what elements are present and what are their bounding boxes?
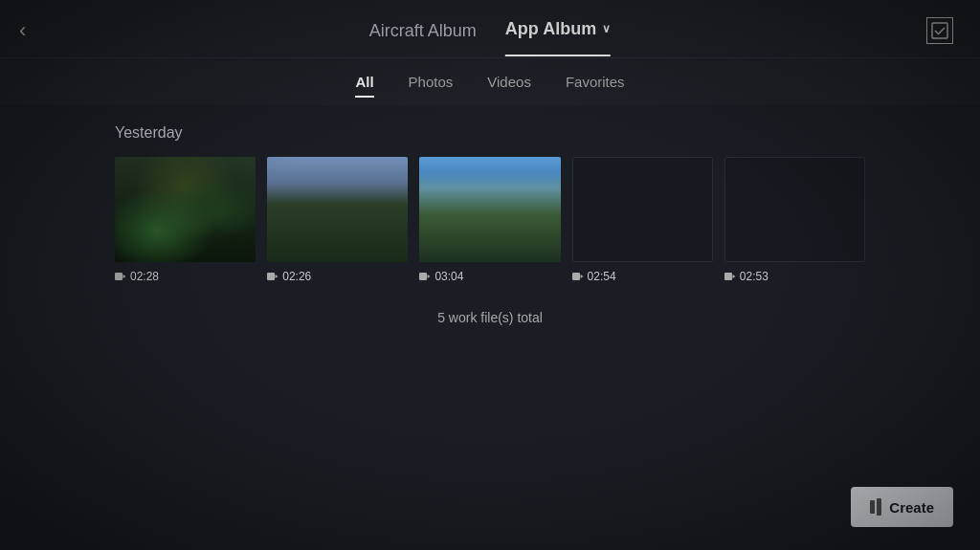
create-icon xyxy=(870,498,881,516)
svg-marker-2 xyxy=(123,275,126,278)
back-icon: ‹ xyxy=(19,18,26,43)
files-total-label: 5 work file(s) total xyxy=(115,310,865,325)
aircraft-album-title: Aircraft Album xyxy=(369,21,477,41)
header-titles: Aircraft Album App Album ∨ xyxy=(369,19,611,43)
video-icon xyxy=(724,272,736,281)
create-button-label: Create xyxy=(889,499,934,516)
header: ‹ Aircraft Album App Album ∨ xyxy=(0,0,980,58)
tab-videos[interactable]: Videos xyxy=(487,74,531,94)
thumbnail-image[interactable] xyxy=(267,157,408,262)
tab-favorites[interactable]: Favorites xyxy=(566,74,625,94)
tab-photos[interactable]: Photos xyxy=(409,74,454,94)
video-icon xyxy=(419,272,431,281)
app-album-button[interactable]: App Album ∨ xyxy=(505,19,611,43)
svg-rect-7 xyxy=(572,273,580,280)
section-title: Yesterday xyxy=(115,124,865,142)
video-duration: 02:26 xyxy=(267,270,408,283)
svg-marker-8 xyxy=(580,275,583,278)
thumbnail-image[interactable] xyxy=(115,157,256,262)
list-item[interactable]: 02:54 xyxy=(572,157,713,283)
svg-rect-0 xyxy=(932,23,947,38)
tabs-bar: All Photos Videos Favorites xyxy=(0,58,980,105)
create-button[interactable]: Create xyxy=(851,487,953,527)
app-album-label: App Album xyxy=(505,19,596,39)
content-area: Yesterday 02:28 xyxy=(0,105,980,325)
svg-rect-5 xyxy=(419,273,427,280)
tab-all[interactable]: All xyxy=(355,74,373,94)
svg-rect-9 xyxy=(724,273,732,280)
select-button[interactable] xyxy=(926,17,953,44)
svg-rect-1 xyxy=(115,273,122,280)
video-icon xyxy=(572,272,584,281)
thumbnail-image[interactable] xyxy=(572,157,713,262)
video-icon xyxy=(267,272,278,281)
thumbnail-image[interactable] xyxy=(419,157,560,262)
svg-marker-6 xyxy=(428,275,431,278)
back-button[interactable]: ‹ xyxy=(19,18,54,43)
list-item[interactable]: 02:53 xyxy=(724,157,865,283)
list-item[interactable]: 02:26 xyxy=(267,157,408,283)
thumbnails-row: 02:28 02:26 xyxy=(115,157,865,283)
svg-marker-4 xyxy=(276,275,278,278)
video-duration: 03:04 xyxy=(419,270,560,283)
svg-marker-10 xyxy=(732,275,735,278)
thumbnail-image[interactable] xyxy=(724,157,865,262)
checkbox-icon xyxy=(931,22,948,39)
video-icon xyxy=(115,272,126,281)
video-duration: 02:53 xyxy=(724,270,865,283)
list-item[interactable]: 03:04 xyxy=(419,157,560,283)
video-duration: 02:54 xyxy=(572,270,713,283)
svg-rect-3 xyxy=(267,273,275,280)
video-duration: 02:28 xyxy=(115,270,256,283)
list-item[interactable]: 02:28 xyxy=(115,157,256,283)
chevron-down-icon: ∨ xyxy=(602,22,611,35)
